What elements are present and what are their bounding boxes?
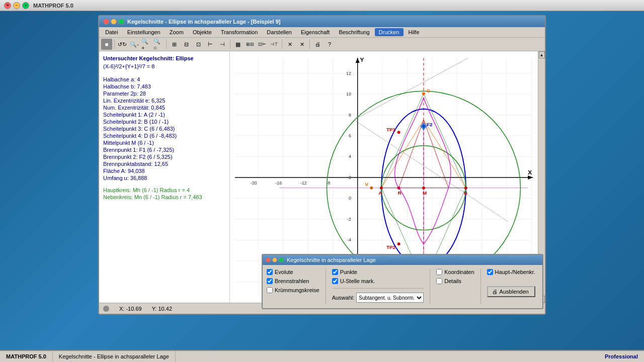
menu-datei[interactable]: Datei [101, 28, 122, 36]
menu-bar: Datei Einstellungen Zoom Objekte Transfo… [99, 27, 545, 38]
prop-mittelpunkt: Mittelpunkt M (6 / -1) [103, 140, 225, 146]
prop-nebenkreis: Nebenkreis: Mn (6 / -1) Radius r = 7,483 [103, 194, 225, 200]
check-details-label: Details [444, 278, 461, 284]
check-koordinaten[interactable] [436, 269, 442, 275]
col-divider-2 [430, 269, 430, 304]
menu-darstellen[interactable]: Darstellen [263, 28, 296, 36]
prop-brenn2: Brennpunkt 2: F2 (6 / 5,325) [103, 154, 225, 160]
svg-point-70 [370, 187, 373, 190]
menu-einstellungen[interactable]: Einstellungen [123, 28, 165, 36]
sub-window-title-bar: Kegelschnitte in achsparalleler Lage [263, 255, 542, 265]
check-krummungskreise[interactable] [267, 287, 273, 293]
tool-delete[interactable]: ✕ [296, 39, 307, 50]
svg-text:8: 8 [349, 113, 351, 118]
info-equation: (X-6)²/2+{Y+1}²/7 = 8 [103, 63, 225, 69]
title-bar-buttons[interactable]: ✕ − + [4, 2, 29, 9]
svg-point-63 [397, 131, 400, 134]
menu-transformation[interactable]: Transformation [217, 28, 262, 36]
sub-close-button[interactable] [266, 257, 271, 262]
tool-grid4[interactable]: ⊢ [205, 39, 216, 50]
check-haupt-neben-label: Haupt-/Nebenkr. [495, 269, 535, 275]
sub-max-button[interactable] [279, 257, 284, 262]
check-details[interactable] [436, 278, 442, 284]
tool-table2[interactable]: ⊞⊟ [245, 39, 256, 50]
check-punkte-row: Punkte [332, 269, 424, 275]
main-window-buttons[interactable] [103, 19, 124, 25]
prop-num-exz: Num. Exzentrizität: 0,845 [103, 105, 225, 111]
tool-zoom-fit[interactable]: 🔍○ [153, 39, 164, 50]
sub-min-button[interactable] [272, 257, 277, 262]
main-max-button[interactable] [118, 19, 124, 25]
maximize-button[interactable]: + [22, 2, 29, 9]
main-min-button[interactable] [111, 19, 117, 25]
svg-text:-4: -4 [347, 237, 351, 242]
prop-flaeche: Fläche A: 94,038 [103, 168, 225, 174]
info-panel: Untersuchter Kegelschnitt: Ellipse (X-6)… [99, 51, 230, 303]
menu-hilfe[interactable]: Hilfe [405, 28, 424, 36]
checks-col3: Koordinaten Details [436, 269, 474, 284]
tool-zoom-in[interactable]: 🔍+ [141, 39, 152, 50]
tool-select[interactable]: ■ [101, 39, 112, 50]
ausblenden-button[interactable]: 🖨 Ausblenden [487, 286, 535, 297]
main-close-button[interactable] [103, 19, 109, 25]
svg-text:6: 6 [349, 133, 351, 138]
svg-point-76 [464, 187, 467, 190]
check-evolute-row: Evolute [267, 269, 319, 275]
svg-text:A: A [378, 190, 382, 196]
svg-text:B: B [464, 190, 467, 196]
tool-help[interactable]: ? [324, 39, 335, 50]
menu-objekte[interactable]: Objekte [189, 28, 216, 36]
edition-label: Professional [605, 353, 638, 359]
y-coordinate: Y: 10.42 [152, 306, 172, 312]
check-punkte[interactable] [332, 269, 338, 275]
tool-grid1[interactable]: ⊞ [169, 39, 180, 50]
check-koordinaten-label: Koordinaten [444, 269, 474, 275]
svg-text:-20: -20 [251, 180, 257, 186]
svg-text:M: M [423, 190, 427, 196]
svg-text:10: 10 [346, 92, 351, 97]
check-ustelle[interactable] [332, 278, 338, 284]
tool-zoom-out[interactable]: 🔍- [129, 39, 140, 50]
check-brennstrahlen-label: Brennstrahlen [275, 278, 309, 284]
col-divider-1 [326, 269, 326, 304]
select-row: Auswahl: Subtangent. u. Subnorm. Tangent… [332, 293, 424, 303]
check-evolute-label: Evolute [275, 269, 293, 275]
menu-drucken[interactable]: Drucken [375, 28, 404, 36]
sep2 [166, 39, 167, 49]
minimize-button[interactable]: − [13, 2, 20, 9]
tool-table[interactable]: ▦ [232, 39, 244, 50]
svg-point-68 [380, 187, 383, 190]
tool-grid3[interactable]: ⊡ [193, 39, 204, 50]
checks-col4: Haupt-/Nebenkr. 🖨 Ausblenden [487, 269, 535, 297]
tool-print[interactable]: 🖨 [312, 39, 323, 50]
status-indicator[interactable] [103, 306, 109, 312]
svg-text:Y: Y [360, 56, 364, 63]
prop-brennabstand: Brennpunktabstand: 12,65 [103, 161, 225, 167]
tool-layout2[interactable]: ⊣⊤ [269, 39, 280, 50]
tool-copy[interactable]: ✕ [284, 39, 295, 50]
x-coordinate: X: -10.69 [119, 306, 142, 312]
close-button[interactable]: ✕ [4, 2, 11, 9]
check-brennstrahlen[interactable] [267, 278, 273, 284]
check-haupt-neben[interactable] [487, 269, 493, 275]
sub-window-content: Evolute Brennstrahlen Krümmungskreise Pu… [263, 265, 542, 308]
menu-zoom[interactable]: Zoom [166, 28, 188, 36]
svg-text:0: 0 [349, 196, 351, 201]
tool-undo[interactable]: ↺↻ [117, 39, 128, 50]
svg-point-78 [397, 242, 400, 245]
menu-beschriftung[interactable]: Beschriftung [335, 28, 373, 36]
bottom-title-text: Kegelschnitte - Ellipse in achsparallele… [59, 353, 169, 359]
menu-eigenschaft[interactable]: Eigenschaft [297, 28, 334, 36]
svg-point-61 [422, 92, 425, 95]
prop-brenn1: Brennpunkt 1: F1 (6 / -7,325) [103, 147, 225, 153]
main-window-title: Kegelschnitte - Ellipse in achsparallele… [127, 19, 280, 25]
tool-layout1[interactable]: ⊡⊢ [257, 39, 268, 50]
sub-window-buttons[interactable] [266, 257, 284, 262]
scroll-up-button[interactable]: ▲ [539, 51, 545, 58]
auswahl-select[interactable]: Subtangent. u. Subnorm. Tangente/Normale… [356, 293, 424, 303]
tool-grid2[interactable]: ⊟ [181, 39, 192, 50]
tool-grid5[interactable]: ⊣ [217, 39, 228, 50]
check-evolute[interactable] [267, 269, 273, 275]
sep5 [309, 39, 310, 49]
info-title: Untersuchter Kegelschnitt: Ellipse [103, 55, 225, 61]
